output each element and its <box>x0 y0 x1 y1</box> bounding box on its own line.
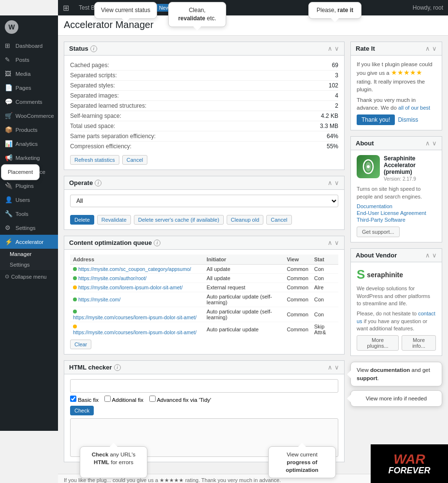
advanced-fix-checkbox[interactable] <box>149 396 156 402</box>
rate-link[interactable]: all of our best <box>398 105 430 111</box>
delete-cache-button[interactable]: Delete server's cache (if available) <box>134 215 224 225</box>
stars: ★★★★★ <box>391 69 422 76</box>
row3-stat: Alre <box>311 283 338 292</box>
thank-you-button[interactable]: Thank you! <box>357 114 395 125</box>
sidebar: W ⊞ Dashboard ✎ Posts 🖼 Media 📄 Pages 💬 … <box>0 15 58 431</box>
about-controls: ∧ ∨ <box>425 140 437 147</box>
about-widget: About ∧ ∨ <box>350 136 442 242</box>
status-dot-green <box>73 276 77 280</box>
sidebar-collapse-button[interactable]: ⊙ Collapse menu <box>0 270 58 283</box>
revalidate-button[interactable]: Revalidate <box>97 215 131 225</box>
cancel-statistics-button[interactable]: Cancel <box>122 155 147 165</box>
sidebar-item-plugins[interactable]: 🔌 Plugins <box>0 179 58 193</box>
queue-down-icon[interactable]: ∨ <box>334 239 339 246</box>
marketing-icon: 📢 <box>5 154 13 161</box>
rate-it-header: Rate It ∧ ∨ <box>351 42 442 56</box>
sidebar-item-woocommerce[interactable]: 🛒 WooCommerce <box>0 109 58 123</box>
vendor-up-icon[interactable]: ∧ <box>425 252 430 259</box>
refresh-statistics-button[interactable]: Refresh statistics <box>70 155 119 165</box>
operate-controls: ∧ ∨ <box>328 179 339 186</box>
about-plugin-section: Seraphinite Accelerator (premium) Versio… <box>357 155 436 182</box>
sidebar-item-marketing[interactable]: 📢 Marketing <box>0 151 58 165</box>
basic-fix-checkbox[interactable] <box>70 396 76 402</box>
get-support-button[interactable]: Get support... <box>357 227 400 237</box>
check-button[interactable]: Check <box>70 406 94 415</box>
separation-label: Same parts separation efficiency: <box>70 133 309 140</box>
pages-icon: 📄 <box>5 84 13 91</box>
about-up-icon[interactable]: ∧ <box>425 140 430 147</box>
status-dot-green <box>73 267 77 271</box>
sidebar-item-posts[interactable]: ✎ Posts <box>0 53 58 67</box>
status-dot-orange <box>73 325 77 328</box>
vendor-widget-body: S seraphinite We develop solutions for W… <box>351 262 442 355</box>
tooltip-placement: Placement <box>1 164 40 180</box>
third-party-link[interactable]: Third-Party Software <box>357 217 436 223</box>
dismiss-button[interactable]: Dismiss <box>398 114 418 125</box>
tooltip-view-progress: View current progress of optimization <box>268 446 336 478</box>
delete-button[interactable]: Delete <box>70 215 94 225</box>
compression-label: Compression efficiency: <box>70 143 309 150</box>
sidebar-item-dashboard[interactable]: ⊞ Dashboard <box>0 39 58 53</box>
row4-url: https://mysite.com/ <box>70 292 204 307</box>
license-link[interactable]: End-User License Agreement <box>357 210 436 216</box>
scripts-label: Separated scripts: <box>70 72 309 79</box>
collapse-up-icon[interactable]: ∧ <box>328 45 332 52</box>
operate-select[interactable]: All <box>70 195 338 207</box>
vendor-down-icon[interactable]: ∨ <box>432 252 437 259</box>
vendor-controls: ∧ ∨ <box>425 252 437 259</box>
sidebar-item-comments[interactable]: 💬 Comments <box>0 95 58 109</box>
sidebar-label: Marketing <box>15 155 40 161</box>
sidebar-item-users[interactable]: 👤 Users <box>0 193 58 207</box>
queue-info-icon[interactable]: i <box>154 240 160 246</box>
users-icon: 👤 <box>5 196 13 203</box>
cleanup-button[interactable]: Cleanup old <box>227 215 264 225</box>
additional-fix-checkbox[interactable] <box>104 396 111 402</box>
table-row: https://mysite.com/author/root/ All upda… <box>70 274 338 283</box>
images-value: 4 <box>309 92 338 99</box>
rate-it-widget: Rate It ∧ ∨ If you like t plugin please … <box>350 42 442 130</box>
html-down-icon[interactable]: ∨ <box>334 364 339 371</box>
sidebar-item-accelerator[interactable]: ⚡ Accelerator <box>0 235 58 249</box>
documentation-link[interactable]: Documentation <box>357 203 436 209</box>
operate-down-icon[interactable]: ∨ <box>334 179 339 186</box>
status-row-scripts: Separated scripts: 3 <box>70 71 338 81</box>
advanced-fix-label: Advanced fix via 'Tidy' <box>149 396 211 403</box>
operate-info-icon[interactable]: i <box>95 180 101 186</box>
html-checker-info-icon[interactable]: i <box>114 364 121 371</box>
rate-it-body: If you like t plugin please could you gi… <box>351 56 442 130</box>
clear-queue-button[interactable]: Clear <box>70 340 91 349</box>
more-info-button[interactable]: More info... <box>402 335 436 351</box>
vendor-s-icon: S <box>357 267 365 282</box>
sidebar-item-pages[interactable]: 📄 Pages <box>0 81 58 95</box>
about-down-icon[interactable]: ∨ <box>432 140 437 147</box>
operate-cancel-button[interactable]: Cancel <box>266 215 291 225</box>
queue-up-icon[interactable]: ∧ <box>328 239 332 246</box>
sidebar-item-media[interactable]: 🖼 Media <box>0 67 58 81</box>
learned-label: Separated learned structures: <box>70 102 309 109</box>
rate-it-title: Rate It <box>356 45 375 52</box>
page-title: Accelerator Manager <box>64 19 442 30</box>
analytics-icon: 📊 <box>5 140 13 147</box>
row3-url: https://mysite.com/lorem-ipsum-dolor-sit… <box>70 283 204 292</box>
collapse-down-icon[interactable]: ∨ <box>334 45 339 52</box>
rate-down-icon[interactable]: ∨ <box>432 45 437 52</box>
content-area: Status i ∧ ∨ Cached pages: 69 <box>58 36 448 474</box>
sidebar-sub-settings[interactable]: Settings <box>0 259 58 270</box>
html-checker-title: HTML checker i <box>69 364 121 371</box>
queue-footer: Clear <box>70 340 338 349</box>
sidebar-item-products[interactable]: 📦 Products <box>0 123 58 137</box>
sidebar-item-settings[interactable]: ⚙ Settings <box>0 221 58 235</box>
more-plugins-button[interactable]: More plugins... <box>357 335 399 351</box>
html-url-input[interactable] <box>70 379 338 393</box>
sidebar-sub-manager[interactable]: Manager <box>0 249 58 259</box>
sidebar-item-tools[interactable]: 🔧 Tools <box>0 207 58 221</box>
sidebar-item-analytics[interactable]: 📊 Analytics <box>0 137 58 151</box>
sidebar-label: Users <box>15 197 30 203</box>
about-widget-body: Seraphinite Accelerator (premium) Versio… <box>351 150 442 242</box>
status-info-icon[interactable]: i <box>90 45 97 52</box>
sidebar-label: WooCommerce <box>15 113 54 119</box>
settings-icon: ⚙ <box>5 224 13 231</box>
rate-up-icon[interactable]: ∧ <box>425 45 430 52</box>
operate-up-icon[interactable]: ∧ <box>328 179 332 186</box>
html-up-icon[interactable]: ∧ <box>328 364 332 371</box>
